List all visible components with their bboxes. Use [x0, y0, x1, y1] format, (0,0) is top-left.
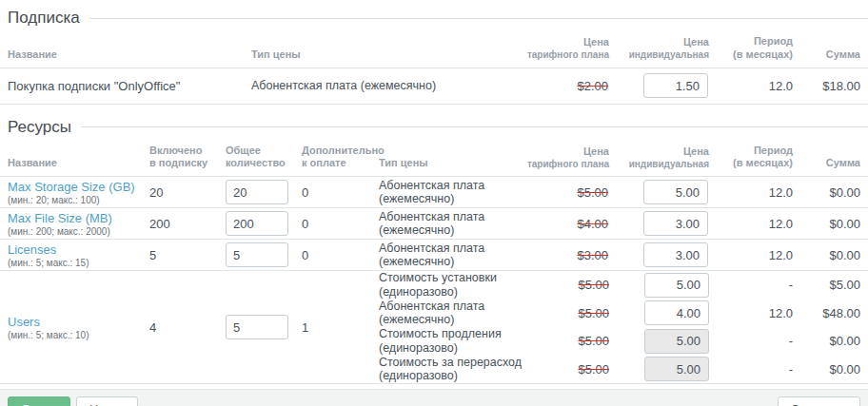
extra-value: 0: [294, 177, 371, 208]
total-value: $48.00: [795, 306, 868, 320]
plan-price: $5.00: [525, 306, 609, 320]
subscription-title-text: Подписка: [8, 9, 80, 28]
subscription-price-type: Абонентская плата (ежемесячно): [244, 68, 525, 104]
column-header-price-type: Тип цены: [371, 142, 525, 177]
period-value: -: [709, 362, 795, 377]
resource-limits: (мин.: 200; макс.: 2000): [8, 226, 141, 237]
column-header-plan-price: Цена тарифного плана: [525, 142, 609, 177]
individual-price-input[interactable]: [643, 180, 708, 204]
column-header-individual-price: Цена индивидуальная: [609, 142, 709, 177]
column-header-extra: Дополнительно к оплате: [294, 142, 371, 177]
quantity-input[interactable]: [226, 211, 288, 236]
users-price-row-overuse: Стоимость за перерасход (единоразово) $5…: [371, 356, 868, 384]
resource-name-link[interactable]: Max File Size (MB): [8, 211, 112, 225]
cancel-button[interactable]: Отменить: [778, 396, 860, 406]
total-value: $5.00: [795, 278, 868, 292]
subscription-period: 12.0: [709, 68, 795, 104]
plan-price: $4.00: [525, 208, 609, 240]
individual-price-input-disabled: [644, 329, 709, 354]
users-price-row-renewal: Стоимость продления (единоразово) $5.00 …: [371, 327, 868, 356]
resource-row-max-storage: Max Storage Size (GB) (мин.: 20; макс.: …: [0, 177, 868, 208]
quantity-input[interactable]: [226, 180, 288, 204]
resource-name-link[interactable]: Licenses: [8, 242, 56, 257]
subscription-plan-price: $2.00: [525, 68, 609, 104]
resources-table: Название Включено в подписку Общее колич…: [0, 142, 868, 385]
plan-price: $5.00: [525, 362, 609, 377]
footer-toolbar: Далее Назад Отменить: [0, 389, 868, 406]
resource-row-users: Users (мин.: 5; макс.: 10) 4 1 Стоимость…: [0, 271, 868, 384]
included-value: 4: [142, 271, 218, 384]
individual-price-input[interactable]: [644, 300, 709, 325]
column-header-plan-price: Цена тарифного плана: [525, 32, 609, 68]
resources-title-text: Ресурсы: [8, 118, 71, 137]
price-type: Абонентская плата (ежемесячно): [371, 300, 525, 327]
subscription-name: Покупка подписки "OnlyOffice": [0, 68, 244, 104]
price-type: Абонентская плата (ежемесячно): [371, 240, 525, 271]
subscription-total: $18.00: [795, 68, 868, 104]
column-header-period: Период (в месяцах): [709, 142, 795, 177]
resource-name-link[interactable]: Users: [8, 315, 40, 329]
resource-limits: (мин.: 5; макс.: 15): [8, 258, 141, 268]
price-type: Стоимость установки (единоразово): [371, 271, 525, 299]
resource-row-max-file-size: Max File Size (MB) (мин.: 200; макс.: 20…: [0, 208, 868, 240]
quantity-input[interactable]: [226, 242, 288, 267]
column-header-name: Название: [0, 32, 244, 68]
price-type: Абонентская плата (ежемесячно): [371, 208, 525, 240]
extra-value: 1: [294, 271, 371, 384]
subscription-header-row: Название Тип цены Цена тарифного плана Ц…: [0, 32, 868, 68]
column-header-name: Название: [0, 142, 142, 177]
users-price-row-setup: Стоимость установки (единоразово) $5.00 …: [371, 271, 868, 300]
individual-price-input[interactable]: [644, 273, 709, 298]
extra-value: 0: [294, 240, 371, 271]
subscription-table: Название Тип цены Цена тарифного плана Ц…: [0, 32, 868, 105]
plan-price: $5.00: [525, 177, 609, 208]
individual-price-input[interactable]: [643, 211, 708, 236]
column-header-price-type: Тип цены: [244, 32, 525, 68]
plan-price: $3.00: [525, 240, 609, 271]
column-header-period: Период (в месяцах): [709, 32, 795, 68]
total-value: $0.00: [795, 208, 868, 240]
subscription-section-title: Подписка: [8, 9, 868, 28]
subscription-individual-price-input[interactable]: [643, 73, 708, 98]
plan-price: $5.00: [525, 278, 609, 292]
extra-value: 0: [294, 208, 371, 240]
period-value: -: [709, 334, 795, 348]
total-value: $0.00: [795, 334, 868, 348]
period-value: -: [709, 278, 795, 292]
column-header-total: Сумма: [795, 142, 868, 177]
total-value: $0.00: [795, 177, 868, 208]
period-value: 12.0: [709, 240, 795, 271]
next-button[interactable]: Далее: [8, 396, 70, 406]
users-price-row-monthly: Абонентская плата (ежемесячно) $5.00 12.…: [371, 300, 868, 328]
quantity-input[interactable]: [226, 315, 288, 339]
total-value: $0.00: [795, 362, 868, 377]
period-value: 12.0: [709, 208, 795, 240]
back-button[interactable]: Назад: [76, 396, 138, 406]
price-type: Абонентская плата (ежемесячно): [371, 177, 525, 208]
price-type: Стоимость продления (единоразово): [371, 327, 525, 355]
plan-price: $5.00: [525, 334, 609, 348]
period-value: 12.0: [709, 177, 795, 208]
period-value: 12.0: [709, 306, 795, 320]
individual-price-input[interactable]: [643, 242, 708, 267]
subscription-row: Покупка подписки "OnlyOffice" Абонентска…: [0, 68, 868, 104]
column-header-total: Сумма: [795, 32, 868, 68]
price-type: Стоимость за перерасход (единоразово): [371, 356, 525, 383]
resource-name-link[interactable]: Max Storage Size (GB): [8, 180, 135, 194]
column-header-quantity: Общее количество: [218, 142, 294, 177]
resources-header-row: Название Включено в подписку Общее колич…: [0, 142, 868, 177]
resources-section-title: Ресурсы: [8, 118, 868, 137]
resource-limits: (мин.: 5; макс.: 10): [8, 330, 141, 340]
resource-row-licenses: Licenses (мин.: 5; макс.: 15) 5 0 Абонен…: [0, 240, 868, 271]
total-value: $0.00: [795, 240, 868, 271]
included-value: 5: [142, 240, 218, 271]
column-header-individual-price: Цена индивидуальная: [609, 32, 709, 68]
included-value: 200: [142, 208, 218, 240]
included-value: 20: [142, 177, 218, 208]
column-header-included: Включено в подписку: [142, 142, 218, 177]
resource-limits: (мин.: 20; макс.: 100): [8, 195, 141, 205]
individual-price-input-disabled: [644, 357, 709, 381]
